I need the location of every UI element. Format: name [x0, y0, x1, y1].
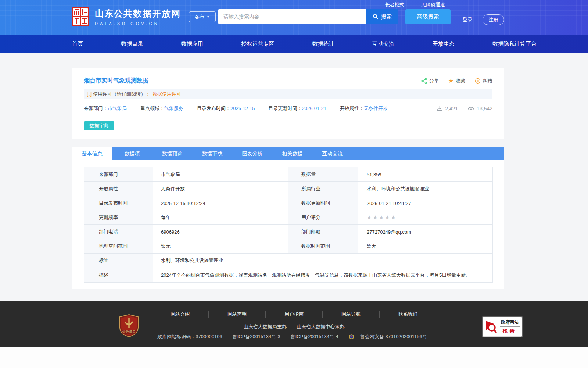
nav-item-open-ecosystem[interactable]: 开放生态	[433, 40, 455, 47]
table-value: 市气象局	[153, 167, 288, 182]
footer-police-record[interactable]: 鲁公网安备 37010202001156号	[349, 333, 431, 340]
find-error-magnifier-icon	[485, 319, 498, 334]
tab-chart-analysis[interactable]: 图表分析	[232, 147, 272, 160]
page-bottom-spacer	[0, 347, 588, 368]
elder-mode-link[interactable]: 长者模式	[385, 1, 404, 9]
user-rating: ★★★★★	[358, 210, 493, 225]
tab-basic-info[interactable]: 基本信息	[72, 147, 112, 160]
chevron-down-icon: ▼	[207, 15, 210, 18]
register-button[interactable]: 注册	[483, 14, 504, 25]
nav-item-data-catalog[interactable]: 数据目录	[121, 40, 143, 47]
favorite-button[interactable]: ★ 收藏	[448, 77, 465, 84]
nav-item-privacy-computing[interactable]: 数据隐私计算平台	[492, 40, 537, 47]
license-link[interactable]: 数据使用许可	[153, 91, 181, 98]
table-value: 2025-12-15 10:12:24	[153, 196, 288, 210]
dataset-header-card: 烟台市实时气象观测数据 分享 ★ 收藏	[72, 68, 504, 139]
license-doc-icon	[87, 92, 92, 97]
meta-key-domain: 重点领域：气象服务	[140, 105, 183, 112]
share-icon	[421, 78, 427, 84]
table-label: 目录发布时间	[84, 196, 153, 210]
site-header: 长者模式 无障碍通道 山东公共数据开放网 DATA.SD.GOV.CN 各市 ▼	[0, 0, 588, 35]
footer-icp-2[interactable]: 鲁ICP备20015134号-4	[291, 333, 338, 340]
table-value: 2026-01-21 10:41:27	[358, 196, 493, 210]
data-dictionary-button[interactable]: 数据字典	[84, 121, 114, 130]
find-error-line1: 政府网站	[501, 319, 519, 325]
main-content: 烟台市实时气象观测数据 分享 ★ 收藏	[72, 68, 504, 289]
footer-link-about[interactable]: 网站介绍	[152, 311, 209, 318]
nav-item-authorized-zone[interactable]: 授权运营专区	[241, 40, 274, 47]
meta-update-date-value: 2026-01-21	[302, 106, 327, 111]
eye-icon	[467, 106, 474, 112]
footer-undertaker: 山东省大数据中心承办	[297, 324, 344, 329]
site-footer: 网站介绍 网站声明 用户指南 网站导航 联系我们 党政机关 山东省大数据局主办 …	[0, 301, 588, 347]
tab-data-preview[interactable]: 数据预览	[152, 147, 192, 160]
table-label: 数据时间范围	[288, 239, 358, 254]
view-count: 13,542	[467, 106, 492, 112]
meta-publish-date-value: 2025-12-15	[230, 106, 255, 111]
basic-info-card: 来源部门 市气象局 数据量 51,359 开放属性 无条件开放 所属行业 水利、…	[72, 160, 504, 289]
site-domain: DATA.SD.GOV.CN	[95, 21, 181, 26]
table-value: 水利、环境和公共设施管理业	[358, 182, 493, 196]
meta-publish-date: 目录发布时间：2025-12-15	[197, 105, 255, 112]
view-count-value: 13,542	[477, 106, 492, 112]
error-circle-icon	[475, 78, 481, 84]
footer-link-contact[interactable]: 联系我们	[380, 311, 436, 318]
nav-item-data-apps[interactable]: 数据应用	[181, 40, 203, 47]
footer-site-id: 政府网站标识码：3700000106	[157, 333, 222, 340]
meta-label: 重点领域：	[140, 106, 164, 111]
police-badge-icon	[349, 334, 354, 340]
main-navigation: 首页 数据目录 数据应用 授权运营专区 数据统计 互动交流 开放生态 数据隐私计…	[0, 35, 588, 53]
dataset-counters: 2,421 13,542	[437, 106, 492, 112]
accessibility-link[interactable]: 无障碍通道	[421, 1, 445, 9]
report-error-label: 纠错	[483, 78, 492, 84]
meta-label: 目录更新时间：	[269, 106, 302, 111]
table-label: 标签	[84, 254, 153, 268]
meta-label: 目录发布时间：	[197, 106, 230, 111]
star-icon: ★	[379, 214, 385, 220]
meta-open-attribute-link[interactable]: 无条件开放	[364, 106, 388, 111]
share-button[interactable]: 分享	[421, 78, 439, 84]
tab-data-items[interactable]: 数据项	[112, 147, 152, 160]
report-error-button[interactable]: 纠错	[475, 78, 492, 84]
tab-interaction[interactable]: 互动交流	[312, 147, 352, 160]
footer-link-sitemap[interactable]: 网站导航	[323, 311, 380, 318]
table-label: 描述	[84, 268, 153, 283]
footer-link-statement[interactable]: 网站声明	[209, 311, 266, 318]
site-logo-text: 山东公共数据开放网 DATA.SD.GOV.CN	[95, 8, 181, 26]
footer-link-user-guide[interactable]: 用户指南	[266, 311, 323, 318]
table-value: 277270249@qq.com	[358, 225, 493, 239]
table-label: 用户评分	[288, 210, 358, 225]
table-label: 来源部门	[84, 167, 153, 182]
share-label: 分享	[429, 78, 439, 84]
table-label: 部门电话	[84, 225, 153, 239]
nav-item-data-statistics[interactable]: 数据统计	[312, 40, 334, 47]
table-value: 6906926	[153, 225, 288, 239]
gov-site-find-error-badge[interactable]: 政府网站 找错	[483, 317, 522, 337]
login-link[interactable]: 登录	[462, 17, 473, 23]
footer-icp-1[interactable]: 鲁ICP备20015134号-3	[233, 333, 280, 340]
table-value: 暂无	[153, 239, 288, 254]
dataset-meta-row: 来源部门：市气象局 重点领域：气象服务 目录发布时间：2025-12-15 目录…	[84, 105, 492, 112]
find-error-line2: 找错	[503, 328, 517, 335]
meta-source-dept-link[interactable]: 市气象局	[108, 106, 127, 111]
star-icon: ★	[448, 77, 453, 84]
search-input[interactable]	[218, 9, 366, 24]
table-label: 所属行业	[288, 182, 358, 196]
meta-label: 来源部门：	[84, 106, 108, 111]
meta-key-domain-link[interactable]: 气象服务	[164, 106, 183, 111]
table-value: 无条件开放	[153, 182, 288, 196]
table-value: 暂无	[358, 239, 493, 254]
nav-item-interaction[interactable]: 互动交流	[372, 40, 394, 47]
dataset-title: 烟台市实时气象观测数据	[84, 77, 148, 85]
search-button[interactable]: 搜索	[366, 9, 398, 24]
star-icon: ★	[367, 214, 373, 220]
table-value: 2024年至今的烟台市气象观测数据，涵盖观测站名、观测站所在经纬度、气温等信息，…	[153, 268, 493, 283]
tab-related-data[interactable]: 相关数据	[272, 147, 312, 160]
table-label: 数据量	[288, 167, 358, 182]
advanced-search-button[interactable]: 高级搜索	[405, 9, 451, 24]
city-selector-dropdown[interactable]: 各市 ▼	[189, 11, 216, 22]
table-value: 51,359	[358, 167, 493, 182]
nav-item-home[interactable]: 首页	[72, 40, 83, 47]
tab-data-download[interactable]: 数据下载	[192, 147, 232, 160]
site-logo-seal	[71, 6, 90, 27]
